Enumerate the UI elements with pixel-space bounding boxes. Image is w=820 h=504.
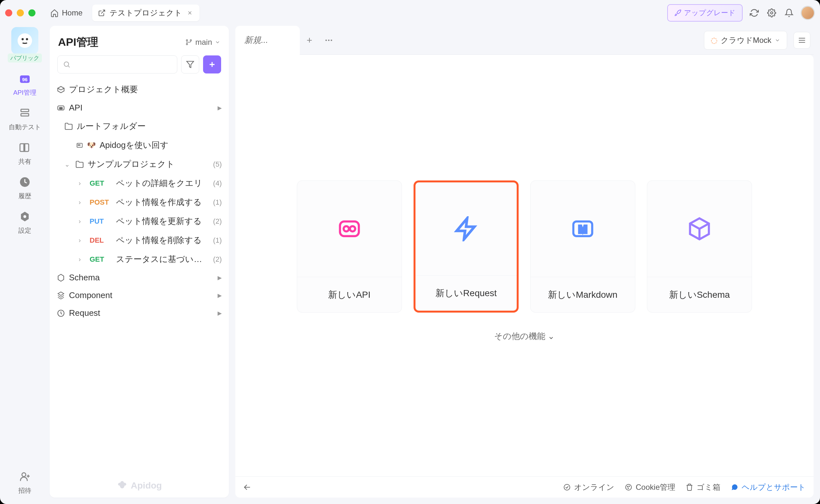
user-plus-icon [19,471,31,482]
tree-sample-project[interactable]: ⌄ サンプルプロジェクト (5) [53,155,226,174]
cookie-icon [625,483,632,491]
chevron-right-icon: › [79,256,86,263]
main-tab-new[interactable]: 新規... [235,26,300,55]
status-trash[interactable]: ゴミ箱 [686,482,720,492]
stage: 新しいAPI 新しいRequest M 新しいMarkdown [235,55,814,498]
chevron-right-icon: › [79,237,86,244]
tree-label: API [69,103,214,113]
chevron-right-icon: › [79,179,86,187]
more-features-button[interactable]: その他の機能 ⌄ [235,313,814,342]
tree-endpoint[interactable]: › PUT ペット情報を更新する (2) [53,212,226,231]
svg-point-2 [22,38,24,40]
environment-selector[interactable]: ◌ クラウドMock [704,31,787,50]
search-input[interactable] [57,55,177,73]
svg-point-30 [629,486,630,487]
tree-label: Apidogを使い回す [100,140,222,151]
tree-apidog-sample[interactable]: 🐶 Apidogを使い回す [53,136,226,155]
svg-point-19 [326,39,327,41]
svg-point-12 [186,44,188,45]
tree-project-overview[interactable]: プロジェクト概要 [53,80,226,99]
project-avatar[interactable] [11,27,38,54]
brand-label: Apidog [131,480,162,491]
close-window-button[interactable] [5,9,12,16]
svg-point-11 [186,40,188,41]
main-menu-button[interactable] [794,32,810,49]
main-area: 新規... + ◌ クラウドMock [235,26,814,498]
svg-point-24 [350,226,355,231]
status-label: オンライン [574,482,614,492]
settings-button[interactable] [766,7,777,19]
app-window: Home テストプロジェクト アップグレード [0,0,820,504]
card-new-markdown[interactable]: M 新しいMarkdown [530,180,635,313]
card-new-api[interactable]: 新しいAPI [297,180,402,313]
collapse-sidebar-button[interactable] [243,483,251,491]
endpoint-label: ペット情報を更新する [116,216,209,227]
filter-button[interactable] [181,55,199,73]
card-label: 新しいRequest [415,275,517,311]
add-button[interactable] [203,55,221,73]
svg-text:M: M [578,224,587,235]
maximize-window-button[interactable] [28,9,35,16]
svg-point-1 [18,34,32,48]
tree-endpoint[interactable]: › POST ペット情報を作成する (1) [53,193,226,212]
rocket-icon [674,9,681,16]
item-count: (4) [213,179,222,188]
rail-item-share[interactable]: 共有 [18,141,32,166]
chevron-right-icon: › [79,199,86,206]
user-avatar[interactable] [801,6,815,20]
tab-overflow-button[interactable] [319,36,338,45]
rail-item-history[interactable]: 履歴 [18,175,32,200]
tree-label: Schema [69,273,214,283]
tree-request[interactable]: Request ▸ [53,304,226,322]
filter-icon [186,60,194,69]
tree-label: サンプルプロジェクト [88,159,209,170]
rail-item-test[interactable]: 自動テスト [9,106,41,131]
tree-component[interactable]: Component ▸ [53,286,226,304]
endpoint-label: ステータスに基づい… [116,254,209,265]
item-count: (1) [213,236,222,245]
upgrade-button[interactable]: アップグレード [667,4,743,22]
close-icon [187,10,193,16]
chevron-down-icon [775,37,780,43]
sidebar-header: API管理 main [50,26,229,55]
search-icon [63,61,71,68]
tree-endpoint[interactable]: › GET ペットの詳細をクエリ (4) [53,174,226,193]
branch-selector[interactable]: main [185,38,220,47]
chat-icon [731,483,738,491]
card-label: 新しいAPI [297,277,402,312]
main-tabs: 新規... + ◌ クラウドMock [235,26,814,55]
tree-schema[interactable]: Schema ▸ [53,269,226,286]
rail-item-settings[interactable]: 設定 [18,209,32,235]
status-help[interactable]: ヘルプとサポート [731,482,806,492]
environment-label: クラウドMock [721,35,771,45]
collapse-icon [243,483,251,491]
rail-item-label: 設定 [18,226,31,235]
status-online[interactable]: オンライン [563,482,614,492]
tree-api-root[interactable]: 96 API ▸ [53,99,226,117]
upgrade-label: アップグレード [684,8,736,18]
tree-endpoint[interactable]: › DEL ペット情報を削除する (1) [53,231,226,250]
card-new-schema[interactable]: 新しいSchema [647,180,752,313]
svg-point-23 [344,226,349,231]
method-badge: GET [90,179,112,188]
rail-item-invite[interactable]: 招待 [18,470,32,495]
card-label: 新しいMarkdown [531,277,635,312]
status-cookie[interactable]: Cookie管理 [625,482,675,492]
endpoint-label: ペット情報を作成する [116,197,209,208]
rail-item-api[interactable]: 96 API管理 [13,72,36,97]
refresh-button[interactable] [748,7,760,19]
tree-root-folder[interactable]: ルートフォルダー [53,117,226,136]
add-tab-button[interactable]: + [300,35,319,46]
sidebar: API管理 main [50,26,229,498]
folder-icon [64,122,73,131]
notifications-button[interactable] [783,7,795,19]
project-tab-label: テストプロジェクト [110,8,182,18]
tree-endpoint[interactable]: › GET ステータスに基づい… (2) [53,250,226,269]
close-tab-button[interactable] [186,9,194,17]
svg-point-28 [626,484,631,490]
minimize-window-button[interactable] [17,9,24,16]
home-tab[interactable]: Home [44,5,88,21]
card-label: 新しいSchema [647,277,752,312]
project-tab[interactable]: テストプロジェクト [92,5,200,21]
card-new-request[interactable]: 新しいRequest [414,180,519,313]
